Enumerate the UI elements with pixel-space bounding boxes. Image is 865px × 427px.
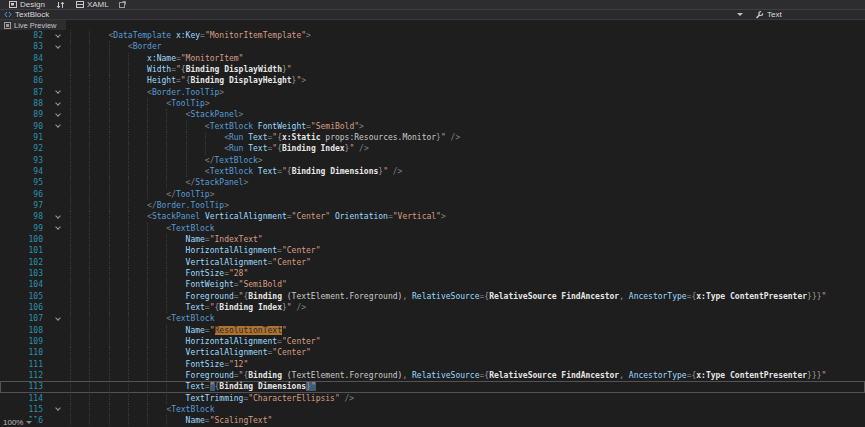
code-line-116[interactable]: 116 Name="ScalingText": [0, 415, 865, 426]
zoom-control[interactable]: 100%: [0, 418, 37, 427]
fold-chevron-icon[interactable]: [55, 406, 61, 412]
line-number[interactable]: 92: [0, 143, 50, 154]
element-dropdown[interactable]: TextBlock: [0, 10, 755, 19]
code-line-102[interactable]: 102 VerticalAlignment="Center": [0, 257, 865, 268]
fold-margin[interactable]: [50, 223, 70, 234]
line-number[interactable]: 112: [0, 370, 50, 381]
code-editor[interactable]: 82 <DataTemplate x:Key="MonitorItemTempl…: [0, 30, 865, 427]
fold-chevron-icon[interactable]: [55, 111, 61, 117]
code-text[interactable]: </Border.ToolTip>: [70, 200, 865, 211]
code-line-84[interactable]: 84 x:Name="MonitorItem": [0, 53, 865, 64]
line-number[interactable]: 83: [0, 41, 50, 52]
code-line-93[interactable]: 93 </TextBlock>: [0, 155, 865, 166]
property-dropdown[interactable]: Text: [755, 10, 865, 19]
code-text[interactable]: FontSize="12": [70, 359, 865, 370]
line-number[interactable]: 95: [0, 177, 50, 188]
fold-margin[interactable]: [50, 41, 70, 52]
code-text[interactable]: <ToolTip>: [70, 98, 865, 109]
code-text[interactable]: HorizontalAlignment="Center": [70, 336, 865, 347]
line-number[interactable]: 103: [0, 268, 50, 279]
fold-margin[interactable]: [50, 109, 70, 120]
line-number[interactable]: 110: [0, 347, 50, 358]
line-number[interactable]: 93: [0, 155, 50, 166]
fold-margin[interactable]: [50, 211, 70, 222]
code-line-107[interactable]: 107 <TextBlock: [0, 313, 865, 324]
code-line-100[interactable]: 100 Name="IndexText": [0, 234, 865, 245]
code-line-88[interactable]: 88 <ToolTip>: [0, 98, 865, 109]
line-number[interactable]: 105: [0, 291, 50, 302]
code-line-83[interactable]: 83 <Border: [0, 41, 865, 52]
code-text[interactable]: Width="{Binding DisplayWidth}": [70, 64, 865, 75]
line-number[interactable]: 87: [0, 87, 50, 98]
line-number[interactable]: 100: [0, 234, 50, 245]
fold-chevron-icon[interactable]: [55, 100, 61, 106]
code-text[interactable]: <TextBlock Text="{Binding Dimensions}" /…: [70, 166, 865, 177]
line-number[interactable]: 113: [0, 381, 50, 392]
line-number[interactable]: 111: [0, 359, 50, 370]
code-text[interactable]: Foreground="{Binding (TextElement.Foregr…: [70, 291, 865, 302]
code-line-91[interactable]: 91 <Run Text="{x:Static props:Resources.…: [0, 132, 865, 143]
code-text[interactable]: FontSize="28": [70, 268, 865, 279]
code-text[interactable]: Foreground="{Binding (TextElement.Foregr…: [70, 370, 865, 381]
code-text[interactable]: Name="IndexText": [70, 234, 865, 245]
code-text[interactable]: x:Name="MonitorItem": [70, 53, 865, 64]
code-text[interactable]: <Border: [70, 41, 865, 52]
code-line-95[interactable]: 95 </StackPanel>: [0, 177, 865, 188]
fold-chevron-icon[interactable]: [55, 213, 61, 219]
fold-chevron-icon[interactable]: [55, 32, 61, 38]
code-text[interactable]: Name="ResolutionText": [70, 325, 865, 336]
code-line-87[interactable]: 87 <Border.ToolTip>: [0, 87, 865, 98]
code-text[interactable]: <TextBlock: [70, 404, 865, 415]
tab-design[interactable]: Design: [3, 0, 51, 9]
line-number[interactable]: 86: [0, 75, 50, 86]
code-line-113[interactable]: 113 Text="{Binding Dimensions}": [0, 381, 865, 392]
code-line-97[interactable]: 97 </Border.ToolTip>: [0, 200, 865, 211]
line-number[interactable]: 104: [0, 279, 50, 290]
code-line-86[interactable]: 86 Height="{Binding DisplayHeight}">: [0, 75, 865, 86]
code-text[interactable]: HorizontalAlignment="Center": [70, 245, 865, 256]
code-line-112[interactable]: 112 Foreground="{Binding (TextElement.Fo…: [0, 370, 865, 381]
fold-chevron-icon[interactable]: [55, 88, 61, 94]
line-number[interactable]: 98: [0, 211, 50, 222]
code-line-90[interactable]: 90 <TextBlock FontWeight="SemiBold">: [0, 121, 865, 132]
line-number[interactable]: 106: [0, 302, 50, 313]
code-line-114[interactable]: 114 TextTrimming="CharacterEllipsis" />: [0, 393, 865, 404]
code-text[interactable]: TextTrimming="CharacterEllipsis" />: [70, 393, 865, 404]
line-number[interactable]: 107: [0, 313, 50, 324]
line-number[interactable]: 108: [0, 325, 50, 336]
line-number[interactable]: 97: [0, 200, 50, 211]
line-number[interactable]: 84: [0, 53, 50, 64]
code-line-108[interactable]: 108 Name="ResolutionText": [0, 325, 865, 336]
fold-chevron-icon[interactable]: [55, 43, 61, 49]
code-line-92[interactable]: 92 <Run Text="{Binding Index}" />: [0, 143, 865, 154]
code-text[interactable]: <StackPanel VerticalAlignment="Center" O…: [70, 211, 865, 222]
code-text[interactable]: FontWeight="SemiBold": [70, 279, 865, 290]
code-line-105[interactable]: 105 Foreground="{Binding (TextElement.Fo…: [0, 291, 865, 302]
line-number[interactable]: 88: [0, 98, 50, 109]
code-line-101[interactable]: 101 HorizontalAlignment="Center": [0, 245, 865, 256]
fold-margin[interactable]: [50, 313, 70, 324]
fold-margin[interactable]: [50, 30, 70, 41]
code-line-109[interactable]: 109 HorizontalAlignment="Center": [0, 336, 865, 347]
fold-margin[interactable]: [50, 404, 70, 415]
line-number[interactable]: 85: [0, 64, 50, 75]
code-line-98[interactable]: 98 <StackPanel VerticalAlignment="Center…: [0, 211, 865, 222]
line-number[interactable]: 115: [0, 404, 50, 415]
code-text[interactable]: </TextBlock>: [70, 155, 865, 166]
line-number[interactable]: 91: [0, 132, 50, 143]
line-number[interactable]: 96: [0, 189, 50, 200]
popout-button[interactable]: [115, 0, 130, 9]
code-text[interactable]: Text="{Binding Index}" />: [70, 302, 865, 313]
code-text[interactable]: Name="ScalingText": [70, 415, 865, 426]
code-text[interactable]: <TextBlock: [70, 223, 865, 234]
swap-panes-button[interactable]: [51, 0, 70, 9]
code-line-85[interactable]: 85 Width="{Binding DisplayWidth}": [0, 64, 865, 75]
tab-xaml[interactable]: XAML: [70, 0, 115, 9]
code-line-106[interactable]: 106 Text="{Binding Index}" />: [0, 302, 865, 313]
line-number[interactable]: 101: [0, 245, 50, 256]
code-text[interactable]: <TextBlock: [70, 313, 865, 324]
code-line-94[interactable]: 94 <TextBlock Text="{Binding Dimensions}…: [0, 166, 865, 177]
line-number[interactable]: 114: [0, 393, 50, 404]
code-text[interactable]: VerticalAlignment="Center": [70, 347, 865, 358]
fold-margin[interactable]: [50, 87, 70, 98]
